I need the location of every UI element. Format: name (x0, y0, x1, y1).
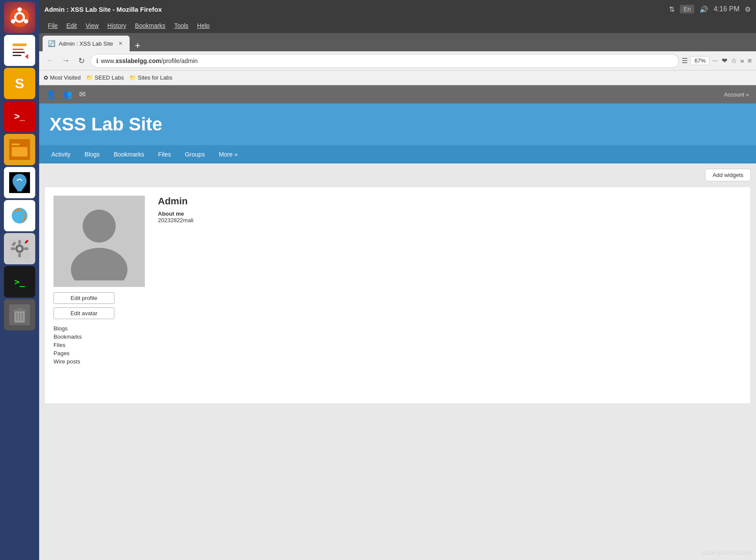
account-menu-button[interactable]: Account » (724, 91, 749, 98)
url-text: www.xsslabelgg.com/profile/admin (101, 57, 198, 64)
taskbar-icon-firefox[interactable] (4, 200, 35, 231)
title-bar-icons: ⇅ En 🔊 4:16 PM ⚙ (669, 5, 751, 13)
forward-button[interactable]: → (59, 54, 72, 67)
menu-bookmarks[interactable]: Bookmarks (131, 20, 169, 31)
site-icon-bar: 👤 👥 ✉ Account » (39, 85, 756, 103)
taskbar-icon-terminal[interactable]: >_ (4, 266, 35, 297)
edit-profile-button[interactable]: Edit profile (54, 292, 114, 304)
url-path: /profile/admin (161, 57, 198, 64)
nav-more[interactable]: More » (214, 147, 243, 161)
taskbar-icon-terminal-red[interactable]: >_ (4, 101, 35, 132)
sites-for-labs-label: Sites for Labs (138, 74, 173, 81)
reader-view-icon[interactable]: ☰ (682, 57, 688, 65)
new-tab-button[interactable]: + (131, 40, 144, 51)
messages-icon[interactable]: ✉ (79, 90, 86, 99)
svg-point-32 (83, 210, 116, 243)
menu-file[interactable]: File (44, 20, 61, 31)
bookmarks-bar: ✿ Most Visited 📁 SEED Labs 📁 Sites for L… (39, 70, 756, 85)
svg-point-4 (11, 19, 15, 23)
svg-rect-19 (18, 240, 21, 244)
taskbar-icon-trash[interactable] (4, 299, 35, 330)
menu-view[interactable]: View (82, 20, 102, 31)
avatar-silhouette (64, 202, 134, 280)
svg-rect-6 (13, 43, 27, 46)
menu-history[interactable]: History (104, 20, 130, 31)
svg-rect-22 (24, 247, 28, 250)
url-bar[interactable]: ℹ www.xsslabelgg.com/profile/admin (90, 54, 679, 68)
svg-rect-7 (13, 49, 23, 50)
tab-close-button[interactable]: ✕ (118, 40, 123, 47)
svg-point-2 (17, 7, 22, 12)
svg-rect-8 (13, 52, 25, 53)
taskbar-icon-wireshark[interactable] (4, 167, 35, 198)
taskbar-icon-settings[interactable] (4, 233, 35, 264)
svg-rect-28 (17, 308, 22, 310)
svg-point-24 (18, 247, 21, 250)
page-content: Add widgets Edit profile Edit avatar Blo… (39, 163, 756, 560)
menu-bar: File Edit View History Bookmarks Tools H… (39, 18, 756, 33)
nav-blogs[interactable]: Blogs (79, 147, 105, 161)
svg-rect-21 (11, 247, 15, 250)
avatar-box (54, 196, 145, 287)
pocket-icon[interactable]: ❤ (722, 57, 727, 65)
watermark: CSDN @20232822马丹 (702, 550, 753, 557)
svg-rect-14 (12, 145, 27, 147)
add-widgets-button[interactable]: Add widgets (705, 169, 751, 181)
groups-icon[interactable]: 👥 (63, 90, 72, 99)
url-prefix: www. (101, 57, 115, 64)
svg-rect-20 (18, 253, 21, 257)
svg-rect-9 (13, 55, 21, 56)
about-me-value: 20232822mali (158, 217, 742, 223)
sort-icon[interactable]: ⇅ (669, 5, 675, 13)
menu-help[interactable]: Help (194, 20, 213, 31)
tab-title: Admin : XSS Lab Site (59, 40, 113, 47)
taskbar-icon-text-editor[interactable] (4, 35, 35, 66)
nav-files[interactable]: Files (153, 147, 176, 161)
reload-button[interactable]: ↻ (75, 54, 88, 67)
bookmark-seed-labs[interactable]: 📁 SEED Labs (86, 74, 124, 81)
title-bar: Admin : XSS Lab Site - Mozilla Firefox ⇅… (39, 0, 756, 18)
bookmark-most-visited[interactable]: ✿ Most Visited (43, 74, 81, 81)
profile-link-bookmarks[interactable]: Bookmarks (54, 333, 149, 341)
bookmark-sites-for-labs[interactable]: 📁 Sites for Labs (129, 74, 173, 81)
extensions-icon[interactable]: » (740, 57, 744, 65)
user-profile-icon[interactable]: 👤 (46, 90, 56, 99)
taskbar-icon-sublime[interactable]: S (4, 68, 35, 99)
back-button[interactable]: ← (43, 54, 57, 67)
url-domain: xsslabelgg.com (115, 57, 161, 64)
widget-bar: Add widgets (44, 169, 751, 181)
nav-groups[interactable]: Groups (180, 147, 210, 161)
profile-link-wire-posts[interactable]: Wire posts (54, 357, 149, 366)
browser-area: Admin : XSS Lab Site - Mozilla Firefox ⇅… (39, 0, 756, 560)
profile-left: Edit profile Edit avatar Blogs Bookmarks… (54, 196, 149, 395)
site-nav: Activity Blogs Bookmarks Files Groups Mo… (39, 145, 756, 163)
taskbar-left: S >_ (0, 0, 39, 560)
site-title: XSS Lab Site (50, 114, 746, 135)
more-options-icon[interactable]: ··· (712, 57, 718, 65)
sites-for-labs-folder-icon: 📁 (129, 74, 136, 81)
security-info-icon[interactable]: ℹ (96, 57, 98, 64)
bookmark-star-icon[interactable]: ☆ (731, 57, 737, 65)
system-settings-icon[interactable]: ⚙ (745, 5, 751, 13)
menu-tools[interactable]: Tools (171, 20, 192, 31)
profile-link-pages[interactable]: Pages (54, 349, 149, 357)
nav-bookmarks[interactable]: Bookmarks (108, 147, 149, 161)
profile-link-blogs[interactable]: Blogs (54, 324, 149, 333)
window-title: Admin : XSS Lab Site - Mozilla Firefox (44, 6, 666, 13)
address-bar: ← → ↻ ℹ www.xsslabelgg.com/profile/admin… (39, 51, 756, 70)
nav-activity[interactable]: Activity (46, 147, 76, 161)
svg-point-33 (71, 248, 127, 280)
profile-card: Edit profile Edit avatar Blogs Bookmarks… (44, 187, 751, 404)
profile-link-files[interactable]: Files (54, 341, 149, 349)
taskbar-icon-ubuntu[interactable] (4, 2, 35, 33)
tab-favicon: 🔄 (48, 40, 55, 47)
volume-icon[interactable]: 🔊 (699, 5, 708, 13)
edit-avatar-button[interactable]: Edit avatar (54, 307, 114, 319)
zoom-level: 67% (690, 56, 709, 65)
menu-edit[interactable]: Edit (63, 20, 80, 31)
active-tab[interactable]: 🔄 Admin : XSS Lab Site ✕ (43, 36, 130, 51)
taskbar-icon-files[interactable] (4, 134, 35, 165)
hamburger-menu-icon[interactable]: ≡ (748, 57, 752, 65)
most-visited-icon: ✿ (43, 74, 48, 81)
about-me-label: About me (158, 210, 742, 217)
